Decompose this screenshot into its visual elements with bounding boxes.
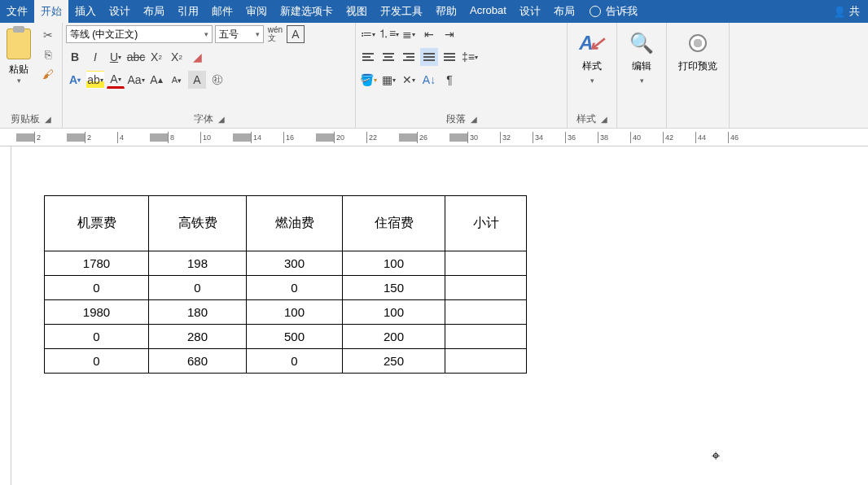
table-cell[interactable]: 0 [45,349,149,374]
table-header-cell[interactable]: 小计 [445,196,527,251]
character-shading-button[interactable]: A [188,71,206,89]
align-left-button[interactable] [359,48,377,66]
ruler-tab-marker[interactable] [150,133,168,142]
tab-help[interactable]: 帮助 [429,0,463,23]
tab-review[interactable]: 审阅 [239,0,274,23]
bold-button[interactable]: B [66,48,84,66]
table-header-cell[interactable]: 燃油费 [247,196,343,251]
styles-launcher[interactable]: ◢ [596,115,607,124]
tab-table-design[interactable]: 设计 [513,0,547,23]
table-cell[interactable]: 680 [149,349,247,374]
ruler-right-indent[interactable] [449,133,467,142]
table-header-cell[interactable]: 住宿费 [343,196,445,251]
shrink-font-button[interactable]: A▾ [168,71,186,89]
table-cell[interactable]: 200 [343,325,445,349]
highlight-button[interactable]: ab ▾ [86,71,104,89]
table-cell[interactable] [445,300,527,325]
tab-view[interactable]: 视图 [340,0,374,23]
sort-button[interactable]: A↓ [420,71,438,89]
vertical-ruler[interactable] [0,146,11,485]
show-marks-button[interactable]: ¶ [441,71,458,89]
table-cell[interactable]: 0 [149,276,247,300]
table-cell[interactable]: 280 [149,325,247,349]
table-cell[interactable]: 300 [247,251,343,276]
justify-button[interactable] [420,48,438,66]
ruler-indent-marker[interactable] [67,133,85,142]
editing-button[interactable]: 🔍 编辑 ▾ [620,25,663,90]
table-header-cell[interactable]: 机票费 [45,196,149,251]
table-cell[interactable]: 100 [247,300,343,325]
font-launcher[interactable]: ◢ [213,115,225,124]
superscript-button[interactable]: X2 [168,48,186,66]
line-spacing-button[interactable]: ‡≡ ▾ [461,48,479,66]
horizontal-ruler[interactable]: 2 2 4 8 10 14 16 20 22 26 30 32 34 36 38… [0,129,868,146]
expense-table[interactable]: 机票费 高铁费 燃油费 住宿费 小计 1780 198 300 100 0 0 … [44,195,527,374]
change-case-button[interactable]: Aa ▾ [127,71,145,89]
table-cell[interactable]: 250 [343,349,445,374]
tab-design[interactable]: 设计 [103,0,137,23]
phonetic-guide-button[interactable]: wén文 [266,25,284,43]
character-border-button[interactable]: A [287,25,305,43]
borders-button[interactable]: ▦ ▾ [379,71,397,89]
enclose-characters-button[interactable]: ㊓ [208,71,226,89]
table-cell[interactable]: 0 [247,276,343,300]
table-cell[interactable]: 0 [45,276,149,300]
numbering-button[interactable]: ⒈≡ ▾ [379,25,397,43]
print-preview-button[interactable]: 打印预览 [670,25,726,78]
table-cell[interactable]: 100 [343,300,445,325]
text-effects-button[interactable]: A ▾ [66,71,84,89]
paste-button[interactable]: 粘贴 ▾ [3,25,34,88]
tab-file[interactable]: 文件 [0,0,34,23]
shading-button[interactable]: 🪣 ▾ [359,71,377,89]
grow-font-button[interactable]: A▴ [147,71,165,89]
table-cell[interactable] [445,349,527,374]
tab-newtab[interactable]: 新建选项卡 [274,0,340,23]
table-cell[interactable] [445,276,527,300]
table-cell[interactable] [445,325,527,349]
ruler-tab-marker[interactable] [233,133,251,142]
tab-table-layout[interactable]: 布局 [547,0,581,23]
distributed-button[interactable] [441,48,458,66]
tab-insert[interactable]: 插入 [68,0,103,23]
tab-acrobat[interactable]: Acrobat [463,0,513,23]
subscript-button[interactable]: X2 [147,48,165,66]
clipboard-launcher[interactable]: ◢ [40,115,51,124]
table-cell[interactable]: 198 [149,251,247,276]
font-size-combo[interactable]: 五号 ▾ [215,25,264,43]
table-cell[interactable]: 0 [45,325,149,349]
clear-formatting-button[interactable]: ◢ [188,48,206,66]
table-cell[interactable] [445,251,527,276]
cut-icon[interactable]: ✂ [41,28,55,43]
share-button[interactable]: 👤 共 [825,0,868,23]
table-cell[interactable]: 1780 [45,251,149,276]
underline-button[interactable]: U ▾ [107,48,125,66]
align-right-button[interactable] [400,48,418,66]
tab-mailings[interactable]: 邮件 [205,0,239,23]
strikethrough-button[interactable]: abc [127,48,145,66]
tab-home[interactable]: 开始 [34,0,68,23]
multilevel-list-button[interactable]: ≣ ▾ [400,25,418,43]
table-cell[interactable]: 500 [247,325,343,349]
table-cell[interactable]: 100 [343,251,445,276]
tab-references[interactable]: 引用 [171,0,205,23]
document-page[interactable]: 机票费 高铁费 燃油费 住宿费 小计 1780 198 300 100 0 0 … [11,146,868,485]
ruler-tab-marker[interactable] [316,133,334,142]
table-cell[interactable]: 150 [343,276,445,300]
table-header-cell[interactable]: 高铁费 [149,196,247,251]
format-painter-icon[interactable]: 🖌 [41,68,55,82]
table-cell[interactable]: 180 [149,300,247,325]
table-cell[interactable]: 0 [247,349,343,374]
increase-indent-button[interactable]: ⇥ [441,25,458,43]
table-cell[interactable]: 1980 [45,300,149,325]
asian-layout-button[interactable]: ✕ ▾ [400,71,418,89]
italic-button[interactable]: I [86,48,104,66]
copy-icon[interactable]: ⎘ [41,48,55,63]
paragraph-launcher[interactable]: ◢ [466,115,477,124]
tab-layout[interactable]: 布局 [137,0,171,23]
tab-devtools[interactable]: 开发工具 [374,0,429,23]
styles-button[interactable]: A↙ 样式 ▾ [571,25,613,90]
decrease-indent-button[interactable]: ⇤ [420,25,438,43]
ruler-tab-marker[interactable] [399,133,417,142]
tell-me-search[interactable]: 告诉我 [581,0,646,23]
bullets-button[interactable]: ≔ ▾ [359,25,377,43]
